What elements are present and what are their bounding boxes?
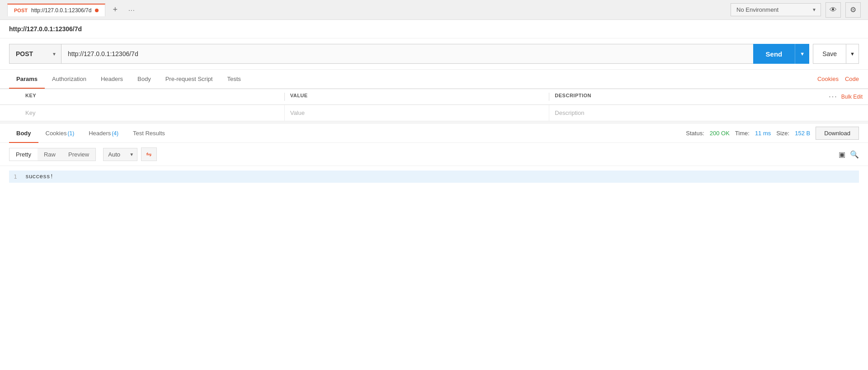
save-btn-group: Save ▼ — [813, 44, 859, 64]
tab-authorization[interactable]: Authorization — [45, 70, 94, 89]
resp-headers-badge: (4) — [112, 130, 118, 137]
tab-params[interactable]: Params — [9, 70, 45, 89]
request-title: http://127.0.0.1:12306/7d — [9, 25, 82, 33]
auto-select-wrapper: Auto JSON XML HTML Text ▼ — [103, 148, 137, 161]
format-tab-preview[interactable]: Preview — [62, 148, 95, 161]
tab-bar: POST http://127.0.0.1:12306/7d + ··· No … — [0, 0, 868, 20]
params-table: KEY VALUE DESCRIPTION ··· Bulk Edit Key … — [0, 89, 868, 121]
environment-select[interactable]: No Environment Development Production — [731, 3, 821, 16]
param-key-input[interactable]: Key — [20, 105, 284, 121]
format-tab-raw[interactable]: Raw — [38, 148, 62, 161]
settings-icon-button[interactable]: ⚙ — [845, 2, 861, 18]
params-table-header: KEY VALUE DESCRIPTION ··· Bulk Edit — [0, 89, 868, 105]
download-button[interactable]: Download — [816, 127, 859, 140]
response-tabs-bar: Body Cookies(1) Headers(4) Test Results … — [0, 124, 868, 143]
method-select[interactable]: POST GET PUT DELETE PATCH HEAD OPTIONS — [9, 44, 61, 64]
param-description-input[interactable]: Description — [549, 105, 814, 121]
param-row-actions — [814, 105, 868, 121]
param-check — [0, 105, 20, 121]
tab-pre-request-script[interactable]: Pre-request Script — [158, 70, 220, 89]
line-number-1: 1 — [9, 171, 25, 183]
resp-body-label: Body — [16, 130, 31, 137]
response-body-toolbar-right: ▣ 🔍 — [839, 150, 859, 159]
tab-bar-right: No Environment Development Production ▼ … — [731, 2, 861, 18]
description-placeholder: Description — [555, 109, 584, 116]
description-header: DESCRIPTION — [549, 93, 814, 101]
send-btn-group: Send ▼ — [753, 44, 810, 64]
send-button[interactable]: Send — [753, 44, 795, 64]
response-body-toolbar: Pretty Raw Preview Auto JSON XML HTML Te… — [0, 143, 868, 166]
more-options-icon[interactable]: ··· — [829, 93, 837, 101]
time-value: 11 ms — [755, 130, 771, 137]
tab-more-button[interactable]: ··· — [125, 5, 139, 15]
url-input[interactable] — [61, 44, 753, 64]
actions-header: ··· Bulk Edit — [814, 93, 868, 101]
tab-url: http://127.0.0.1:12306/7d — [31, 7, 91, 14]
code-line-1: 1 success! — [9, 171, 859, 183]
eye-icon-button[interactable]: 👁 — [826, 2, 841, 18]
app-container: POST http://127.0.0.1:12306/7d + ··· No … — [0, 0, 868, 370]
size-label: Size: — [776, 130, 789, 137]
request-tabs: Params Authorization Headers Body Pre-re… — [0, 70, 868, 89]
wrap-text-button[interactable]: ⇋ — [141, 147, 157, 161]
param-value-input[interactable]: Value — [284, 105, 549, 121]
request-tab[interactable]: POST http://127.0.0.1:12306/7d — [7, 4, 105, 16]
check-header — [0, 93, 20, 101]
format-tab-pretty[interactable]: Pretty — [9, 148, 38, 161]
code-area: 1 success! — [0, 166, 868, 187]
wrap-icon: ⇋ — [146, 150, 152, 158]
value-placeholder: Value — [290, 109, 305, 116]
save-chevron-button[interactable]: ▼ — [846, 44, 859, 64]
search-icon: 🔍 — [850, 151, 859, 158]
param-row-empty: Key Value Description — [0, 105, 868, 121]
request-tabs-right: Cookies Code — [817, 76, 859, 82]
value-header: VALUE — [284, 93, 549, 101]
key-placeholder: Key — [25, 109, 35, 116]
request-name-bar: http://127.0.0.1:12306/7d — [0, 20, 868, 38]
status-label: Status: — [686, 130, 704, 137]
line-content-1: success! — [25, 171, 53, 183]
tab-headers[interactable]: Headers — [94, 70, 130, 89]
resp-tab-body[interactable]: Body — [9, 124, 38, 143]
tab-body[interactable]: Body — [130, 70, 158, 89]
new-tab-button[interactable]: + — [109, 3, 121, 16]
bulk-edit-link[interactable]: Bulk Edit — [841, 94, 863, 100]
copy-icon: ▣ — [839, 151, 845, 158]
tab-bar-left: POST http://127.0.0.1:12306/7d + ··· — [7, 3, 139, 16]
format-select[interactable]: Auto JSON XML HTML Text — [103, 148, 137, 161]
eye-icon: 👁 — [830, 6, 837, 14]
tab-unsaved-dot — [95, 9, 99, 12]
code-link[interactable]: Code — [845, 76, 859, 82]
gear-icon: ⚙ — [850, 5, 856, 14]
url-bar: POST GET PUT DELETE PATCH HEAD OPTIONS ▼… — [0, 38, 868, 70]
resp-tab-headers[interactable]: Headers(4) — [81, 124, 126, 143]
save-button[interactable]: Save — [813, 44, 846, 64]
env-select-wrapper: No Environment Development Production ▼ — [731, 3, 821, 16]
cookies-link[interactable]: Cookies — [817, 76, 839, 82]
response-tabs-left: Body Cookies(1) Headers(4) Test Results — [9, 124, 172, 142]
time-label: Time: — [735, 130, 750, 137]
response-body-toolbar-left: Pretty Raw Preview Auto JSON XML HTML Te… — [9, 147, 157, 161]
search-button[interactable]: 🔍 — [850, 150, 859, 159]
resp-cookies-label: Cookies — [46, 130, 67, 137]
send-chevron-button[interactable]: ▼ — [795, 44, 809, 64]
method-select-wrapper: POST GET PUT DELETE PATCH HEAD OPTIONS ▼ — [9, 44, 61, 64]
copy-button[interactable]: ▣ — [839, 150, 845, 159]
status-value: 200 OK — [710, 130, 730, 137]
resp-test-label: Test Results — [133, 130, 165, 137]
resp-tab-test-results[interactable]: Test Results — [126, 124, 172, 143]
request-tabs-left: Params Authorization Headers Body Pre-re… — [9, 70, 248, 88]
response-meta: Status: 200 OK Time: 11 ms Size: 152 B D… — [686, 127, 859, 140]
size-value: 152 B — [795, 130, 810, 137]
resp-headers-label: Headers — [89, 130, 111, 137]
tab-tests[interactable]: Tests — [220, 70, 248, 89]
key-header: KEY — [20, 93, 284, 101]
body-format-tabs: Pretty Raw Preview — [9, 148, 96, 161]
resp-cookies-badge: (1) — [67, 130, 74, 137]
resp-tab-cookies[interactable]: Cookies(1) — [38, 124, 82, 143]
tab-method: POST — [14, 8, 28, 13]
response-section: Body Cookies(1) Headers(4) Test Results … — [0, 121, 868, 187]
